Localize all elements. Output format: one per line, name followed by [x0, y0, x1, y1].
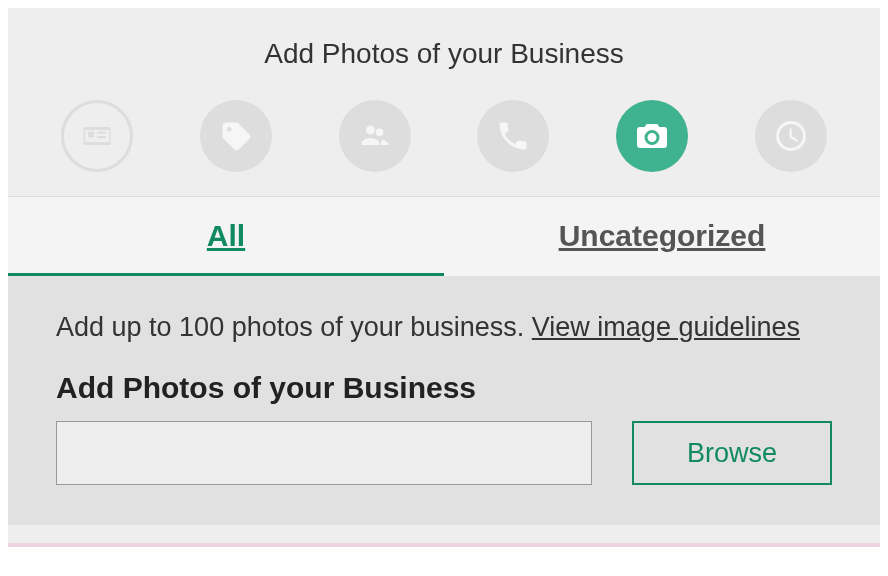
file-path-box[interactable] [56, 421, 592, 485]
guidelines-link[interactable]: View image guidelines [532, 312, 800, 342]
wizard-steps [8, 90, 880, 197]
bottom-accent-stripe [8, 543, 880, 547]
step-contact[interactable] [477, 100, 549, 172]
tab-uncategorized[interactable]: Uncategorized [444, 197, 880, 276]
upload-row: Browse [56, 421, 832, 485]
upload-heading: Add Photos of your Business [56, 371, 832, 405]
photo-tabs: All Uncategorized [8, 197, 880, 276]
phone-icon [495, 118, 531, 154]
people-icon [357, 118, 393, 154]
profile-card-icon [79, 118, 115, 154]
step-people[interactable] [339, 100, 411, 172]
step-hours[interactable] [755, 100, 827, 172]
tag-icon [218, 118, 254, 154]
browse-button[interactable]: Browse [632, 421, 832, 485]
helper-text: Add up to 100 photos of your business. V… [56, 312, 832, 343]
clock-icon [773, 118, 809, 154]
step-photos[interactable] [616, 100, 688, 172]
step-profile[interactable] [61, 100, 133, 172]
page-header: Add Photos of your Business [8, 8, 880, 90]
helper-prefix: Add up to 100 photos of your business. [56, 312, 532, 342]
camera-icon [634, 118, 670, 154]
upload-content: Add up to 100 photos of your business. V… [8, 276, 880, 525]
page-title: Add Photos of your Business [8, 38, 880, 70]
tab-all[interactable]: All [8, 197, 444, 276]
step-category[interactable] [200, 100, 272, 172]
